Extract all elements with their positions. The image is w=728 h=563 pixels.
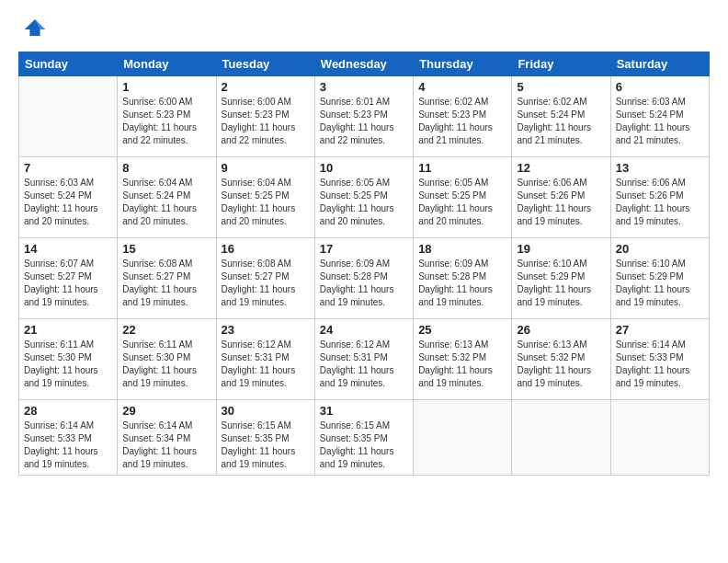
calendar-cell: 15Sunrise: 6:08 AM Sunset: 5:27 PM Dayli… xyxy=(118,238,216,319)
day-info: Sunrise: 6:14 AM Sunset: 5:33 PM Dayligh… xyxy=(24,419,112,471)
weekday-header: Saturday xyxy=(610,52,709,76)
day-number: 15 xyxy=(122,242,210,256)
day-info: Sunrise: 6:13 AM Sunset: 5:32 PM Dayligh… xyxy=(418,339,506,390)
day-number: 22 xyxy=(122,323,210,337)
calendar: SundayMondayTuesdayWednesdayThursdayFrid… xyxy=(18,52,710,476)
day-info: Sunrise: 6:04 AM Sunset: 5:24 PM Dayligh… xyxy=(122,177,210,228)
calendar-cell: 30Sunrise: 6:15 AM Sunset: 5:35 PM Dayli… xyxy=(216,400,314,476)
day-number: 21 xyxy=(24,323,112,337)
day-info: Sunrise: 6:00 AM Sunset: 5:23 PM Dayligh… xyxy=(222,96,310,147)
day-info: Sunrise: 6:02 AM Sunset: 5:24 PM Dayligh… xyxy=(517,96,605,147)
calendar-cell: 7Sunrise: 6:03 AM Sunset: 5:24 PM Daylig… xyxy=(19,157,118,238)
day-info: Sunrise: 6:01 AM Sunset: 5:23 PM Dayligh… xyxy=(320,96,408,147)
day-number: 14 xyxy=(24,242,112,256)
day-number: 29 xyxy=(122,404,210,418)
calendar-cell: 5Sunrise: 6:02 AM Sunset: 5:24 PM Daylig… xyxy=(512,76,610,157)
weekday-header: Friday xyxy=(512,52,610,76)
day-number: 1 xyxy=(122,80,210,94)
day-number: 28 xyxy=(24,404,112,418)
weekday-header: Monday xyxy=(118,52,216,76)
day-number: 10 xyxy=(320,161,408,175)
day-number: 7 xyxy=(24,161,112,175)
calendar-cell: 12Sunrise: 6:06 AM Sunset: 5:26 PM Dayli… xyxy=(512,157,610,238)
day-info: Sunrise: 6:10 AM Sunset: 5:29 PM Dayligh… xyxy=(616,258,704,309)
calendar-cell: 18Sunrise: 6:09 AM Sunset: 5:28 PM Dayli… xyxy=(414,238,512,319)
day-info: Sunrise: 6:03 AM Sunset: 5:24 PM Dayligh… xyxy=(616,96,704,147)
day-info: Sunrise: 6:11 AM Sunset: 5:30 PM Dayligh… xyxy=(24,339,112,390)
calendar-cell: 14Sunrise: 6:07 AM Sunset: 5:27 PM Dayli… xyxy=(19,238,118,319)
day-number: 26 xyxy=(517,323,605,337)
calendar-cell: 3Sunrise: 6:01 AM Sunset: 5:23 PM Daylig… xyxy=(314,76,413,157)
day-info: Sunrise: 6:08 AM Sunset: 5:27 PM Dayligh… xyxy=(222,258,310,309)
day-info: Sunrise: 6:12 AM Sunset: 5:31 PM Dayligh… xyxy=(222,339,310,390)
calendar-cell: 25Sunrise: 6:13 AM Sunset: 5:32 PM Dayli… xyxy=(414,319,512,400)
day-info: Sunrise: 6:06 AM Sunset: 5:26 PM Dayligh… xyxy=(616,177,704,228)
day-number: 3 xyxy=(320,80,408,94)
day-number: 30 xyxy=(222,404,310,418)
calendar-cell: 22Sunrise: 6:11 AM Sunset: 5:30 PM Dayli… xyxy=(118,319,216,400)
calendar-cell: 13Sunrise: 6:06 AM Sunset: 5:26 PM Dayli… xyxy=(610,157,709,238)
day-number: 24 xyxy=(320,323,408,337)
day-number: 27 xyxy=(616,323,704,337)
day-info: Sunrise: 6:12 AM Sunset: 5:31 PM Dayligh… xyxy=(320,339,408,390)
calendar-cell: 1Sunrise: 6:00 AM Sunset: 5:23 PM Daylig… xyxy=(118,76,216,157)
day-number: 25 xyxy=(418,323,506,337)
calendar-cell: 9Sunrise: 6:04 AM Sunset: 5:25 PM Daylig… xyxy=(216,157,314,238)
day-info: Sunrise: 6:05 AM Sunset: 5:25 PM Dayligh… xyxy=(418,177,506,228)
calendar-cell: 19Sunrise: 6:10 AM Sunset: 5:29 PM Dayli… xyxy=(512,238,610,319)
calendar-cell: 26Sunrise: 6:13 AM Sunset: 5:32 PM Dayli… xyxy=(512,319,610,400)
calendar-cell: 29Sunrise: 6:14 AM Sunset: 5:34 PM Dayli… xyxy=(118,400,216,476)
day-info: Sunrise: 6:02 AM Sunset: 5:23 PM Dayligh… xyxy=(418,96,506,147)
weekday-header: Wednesday xyxy=(314,52,413,76)
calendar-cell xyxy=(19,76,118,157)
calendar-cell: 27Sunrise: 6:14 AM Sunset: 5:33 PM Dayli… xyxy=(610,319,709,400)
day-number: 16 xyxy=(222,242,310,256)
header xyxy=(18,15,710,44)
day-number: 17 xyxy=(320,242,408,256)
calendar-cell: 11Sunrise: 6:05 AM Sunset: 5:25 PM Dayli… xyxy=(414,157,512,238)
calendar-cell: 8Sunrise: 6:04 AM Sunset: 5:24 PM Daylig… xyxy=(118,157,216,238)
calendar-week-row: 21Sunrise: 6:11 AM Sunset: 5:30 PM Dayli… xyxy=(19,319,710,400)
day-info: Sunrise: 6:07 AM Sunset: 5:27 PM Dayligh… xyxy=(24,258,112,309)
day-number: 23 xyxy=(222,323,310,337)
calendar-cell: 6Sunrise: 6:03 AM Sunset: 5:24 PM Daylig… xyxy=(610,76,709,157)
calendar-cell: 16Sunrise: 6:08 AM Sunset: 5:27 PM Dayli… xyxy=(216,238,314,319)
day-info: Sunrise: 6:10 AM Sunset: 5:29 PM Dayligh… xyxy=(517,258,605,309)
day-number: 20 xyxy=(616,242,704,256)
day-info: Sunrise: 6:08 AM Sunset: 5:27 PM Dayligh… xyxy=(122,258,210,309)
day-info: Sunrise: 6:14 AM Sunset: 5:33 PM Dayligh… xyxy=(616,339,704,390)
calendar-cell: 17Sunrise: 6:09 AM Sunset: 5:28 PM Dayli… xyxy=(314,238,413,319)
calendar-week-row: 1Sunrise: 6:00 AM Sunset: 5:23 PM Daylig… xyxy=(19,76,710,157)
calendar-cell: 23Sunrise: 6:12 AM Sunset: 5:31 PM Dayli… xyxy=(216,319,314,400)
calendar-cell xyxy=(512,400,610,476)
day-info: Sunrise: 6:13 AM Sunset: 5:32 PM Dayligh… xyxy=(517,339,605,390)
day-info: Sunrise: 6:04 AM Sunset: 5:25 PM Dayligh… xyxy=(222,177,310,228)
calendar-header-row: SundayMondayTuesdayWednesdayThursdayFrid… xyxy=(19,52,710,76)
calendar-cell: 4Sunrise: 6:02 AM Sunset: 5:23 PM Daylig… xyxy=(414,76,512,157)
calendar-week-row: 28Sunrise: 6:14 AM Sunset: 5:33 PM Dayli… xyxy=(19,400,710,476)
day-info: Sunrise: 6:03 AM Sunset: 5:24 PM Dayligh… xyxy=(24,177,112,228)
weekday-header: Thursday xyxy=(414,52,512,76)
day-number: 6 xyxy=(616,80,704,94)
logo-icon xyxy=(22,15,48,40)
day-number: 2 xyxy=(222,80,310,94)
day-info: Sunrise: 6:14 AM Sunset: 5:34 PM Dayligh… xyxy=(122,419,210,471)
calendar-cell: 24Sunrise: 6:12 AM Sunset: 5:31 PM Dayli… xyxy=(314,319,413,400)
calendar-week-row: 7Sunrise: 6:03 AM Sunset: 5:24 PM Daylig… xyxy=(19,157,710,238)
calendar-cell: 31Sunrise: 6:15 AM Sunset: 5:35 PM Dayli… xyxy=(314,400,413,476)
day-number: 8 xyxy=(122,161,210,175)
day-number: 19 xyxy=(517,242,605,256)
day-info: Sunrise: 6:09 AM Sunset: 5:28 PM Dayligh… xyxy=(320,258,408,309)
day-number: 4 xyxy=(418,80,506,94)
day-number: 12 xyxy=(517,161,605,175)
day-info: Sunrise: 6:11 AM Sunset: 5:30 PM Dayligh… xyxy=(122,339,210,390)
day-info: Sunrise: 6:05 AM Sunset: 5:25 PM Dayligh… xyxy=(320,177,408,228)
day-info: Sunrise: 6:00 AM Sunset: 5:23 PM Dayligh… xyxy=(122,96,210,147)
calendar-cell: 2Sunrise: 6:00 AM Sunset: 5:23 PM Daylig… xyxy=(216,76,314,157)
day-number: 13 xyxy=(616,161,704,175)
day-info: Sunrise: 6:15 AM Sunset: 5:35 PM Dayligh… xyxy=(320,419,408,471)
day-number: 11 xyxy=(418,161,506,175)
day-number: 5 xyxy=(517,80,605,94)
calendar-cell: 21Sunrise: 6:11 AM Sunset: 5:30 PM Dayli… xyxy=(19,319,118,400)
day-info: Sunrise: 6:06 AM Sunset: 5:26 PM Dayligh… xyxy=(517,177,605,228)
